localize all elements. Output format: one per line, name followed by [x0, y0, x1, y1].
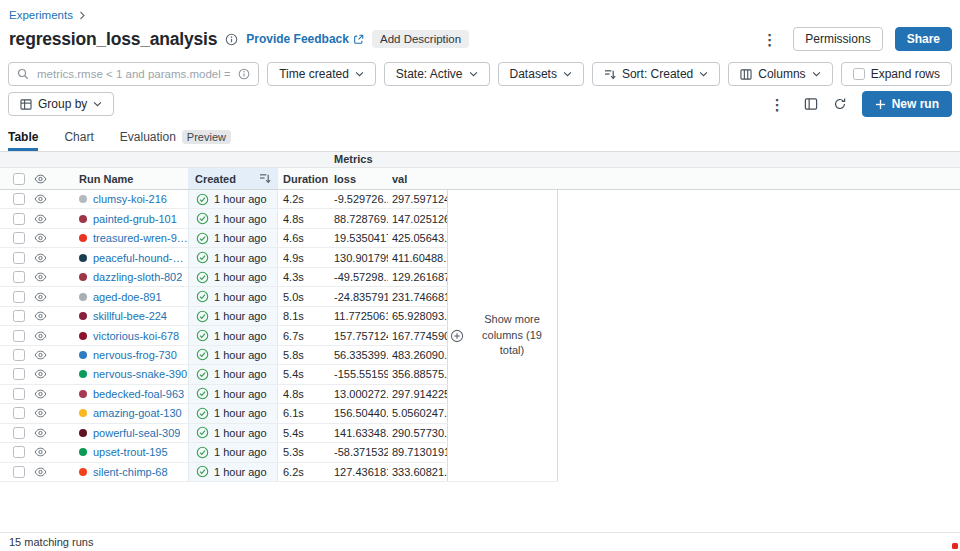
row-visibility-eye-icon[interactable] [34, 292, 47, 302]
run-name-link[interactable]: nervous-frog-730 [93, 349, 177, 361]
row-visibility-eye-icon[interactable] [34, 389, 47, 399]
row-checkbox[interactable] [13, 368, 25, 380]
run-created-text: 1 hour ago [214, 388, 267, 400]
chevron-down-icon [699, 71, 708, 77]
row-visibility-eye-icon[interactable] [34, 428, 47, 438]
columns-button[interactable]: Columns [728, 62, 832, 86]
status-finished-check-icon [196, 368, 209, 381]
run-name-link[interactable]: skillful-bee-224 [93, 310, 167, 322]
run-created-cell: 1 hour ago [188, 229, 278, 247]
search-box[interactable] [8, 62, 259, 86]
column-header-run-name[interactable]: Run Name [58, 168, 188, 189]
new-run-button[interactable]: New run [862, 91, 952, 117]
row-checkbox[interactable] [13, 330, 25, 342]
row-visibility-eye-icon[interactable] [34, 194, 47, 204]
expand-rows-toggle[interactable]: Expand rows [841, 62, 952, 86]
group-by-button[interactable]: Group by [8, 92, 114, 116]
show-more-columns-button[interactable]: Show more columns (19 total) [450, 312, 555, 360]
run-name-link[interactable]: upset-trout-195 [93, 446, 168, 458]
run-color-dot [79, 195, 87, 203]
run-name-link[interactable]: aged-doe-891 [93, 291, 162, 303]
run-color-dot [79, 429, 87, 437]
column-header-duration[interactable]: Duration [278, 168, 330, 189]
row-checkbox[interactable] [13, 310, 25, 322]
row-visibility-eye-icon[interactable] [34, 447, 47, 457]
row-visibility-eye-icon[interactable] [34, 369, 47, 379]
row-visibility-eye-icon[interactable] [34, 233, 47, 243]
run-name-link[interactable]: painted-grub-101 [93, 213, 177, 225]
run-val-value: 129.261687... [392, 271, 448, 283]
run-name-link[interactable]: bedecked-foal-963 [93, 388, 184, 400]
row-checkbox[interactable] [13, 349, 25, 361]
time-created-filter-button[interactable]: Time created [267, 62, 376, 86]
provide-feedback-link[interactable]: Provide Feedback [246, 32, 364, 46]
row-checkbox[interactable] [13, 271, 25, 283]
search-input[interactable] [35, 67, 232, 81]
run-color-dot [79, 215, 87, 223]
tab-table[interactable]: Table [8, 130, 38, 151]
run-name-link[interactable]: peaceful-hound-944 [93, 252, 188, 264]
row-checkbox[interactable] [13, 388, 25, 400]
info-icon[interactable] [225, 33, 238, 46]
permissions-button[interactable]: Permissions [793, 27, 882, 51]
search-info-icon[interactable] [238, 68, 250, 80]
run-name-link[interactable]: dazzling-sloth-802 [93, 271, 182, 283]
tab-chart[interactable]: Chart [64, 130, 93, 151]
side-panel-icon[interactable] [804, 97, 818, 111]
row-visibility-eye-icon[interactable] [34, 311, 47, 321]
run-created-cell: 1 hour ago [188, 346, 278, 364]
row-checkbox[interactable] [13, 427, 25, 439]
run-created-text: 1 hour ago [214, 349, 267, 361]
breadcrumb-experiments-link[interactable]: Experiments [9, 9, 73, 21]
run-name-link[interactable]: nervous-snake-390 [93, 368, 187, 380]
row-checkbox[interactable] [13, 446, 25, 458]
row-checkbox[interactable] [13, 213, 25, 225]
header-overflow-menu-icon[interactable]: ⋮ [758, 30, 781, 49]
select-all-checkbox[interactable] [13, 173, 25, 185]
run-name-link[interactable]: powerful-seal-309 [93, 427, 180, 439]
run-created-text: 1 hour ago [214, 193, 267, 205]
sort-button[interactable]: Sort: Created [592, 62, 720, 86]
run-name-link[interactable]: treasured-wren-932 [93, 232, 188, 244]
table-overflow-menu-icon[interactable]: ⋮ [766, 95, 789, 114]
row-checkbox[interactable] [13, 466, 25, 478]
row-visibility-eye-icon[interactable] [34, 253, 47, 263]
status-finished-check-icon [196, 348, 209, 361]
row-checkbox[interactable] [13, 407, 25, 419]
column-header-created[interactable]: Created [188, 168, 278, 189]
run-duration: 4.8s [283, 388, 304, 400]
column-header-loss[interactable]: loss [330, 168, 388, 189]
status-finished-check-icon [196, 232, 209, 245]
run-duration: 6.7s [283, 330, 304, 342]
run-name-link[interactable]: amazing-goat-130 [93, 407, 182, 419]
row-visibility-eye-icon[interactable] [34, 467, 47, 477]
row-visibility-eye-icon[interactable] [34, 350, 47, 360]
column-header-val[interactable]: val [388, 168, 448, 189]
visibility-eye-icon[interactable] [34, 174, 47, 184]
sort-descending-icon[interactable] [259, 173, 271, 184]
run-name-link[interactable]: victorious-koi-678 [93, 330, 179, 342]
breadcrumb: Experiments [9, 8, 952, 22]
row-visibility-eye-icon[interactable] [34, 272, 47, 282]
run-name-link[interactable]: clumsy-koi-216 [93, 193, 167, 205]
tab-evaluation[interactable]: Evaluation Preview [120, 130, 231, 151]
row-visibility-eye-icon[interactable] [34, 408, 47, 418]
state-filter-button[interactable]: State: Active [384, 62, 490, 86]
run-duration: 4.6s [283, 232, 304, 244]
run-duration: 4.2s [283, 193, 304, 205]
row-visibility-eye-icon[interactable] [34, 331, 47, 341]
chevron-down-icon [93, 101, 102, 107]
row-checkbox[interactable] [13, 252, 25, 264]
row-checkbox[interactable] [13, 232, 25, 244]
share-button[interactable]: Share [895, 27, 952, 51]
status-finished-check-icon [196, 407, 209, 420]
run-name-link[interactable]: silent-chimp-68 [93, 466, 168, 478]
refresh-icon[interactable] [833, 97, 847, 111]
row-checkbox[interactable] [13, 291, 25, 303]
row-visibility-eye-icon[interactable] [34, 214, 47, 224]
plus-circle-icon [450, 329, 464, 343]
add-description-button[interactable]: Add Description [372, 30, 469, 48]
row-checkbox[interactable] [13, 193, 25, 205]
datasets-filter-button[interactable]: Datasets [498, 62, 584, 86]
status-finished-check-icon [196, 193, 209, 206]
